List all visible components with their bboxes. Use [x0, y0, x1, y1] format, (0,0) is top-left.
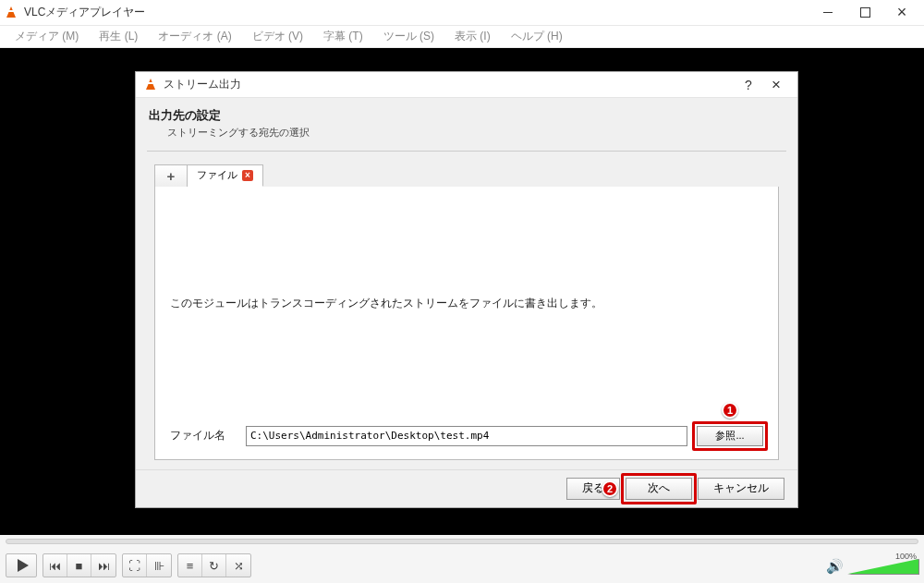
menu-view[interactable]: 表示 (I) [445, 27, 500, 46]
menu-bar: メディア (M) 再生 (L) オーディオ (A) ビデオ (V) 字幕 (T)… [0, 26, 924, 48]
plus-icon: + [167, 168, 176, 184]
next-button[interactable]: ⏭ [91, 554, 116, 577]
volume-control[interactable]: 🔊 100% [830, 555, 918, 576]
module-description: このモジュールはトランスコーディングされたストリームをファイルに書き出します。 [170, 296, 763, 311]
seekbar-row [0, 535, 924, 548]
dialog-subheading: ストリーミングする宛先の選択 [167, 126, 784, 140]
menu-video[interactable]: ビデオ (V) [243, 27, 312, 46]
window-maximize-button[interactable] [846, 0, 883, 26]
tab-file[interactable]: ファイル × [188, 164, 263, 187]
filename-label: ファイル名 [170, 428, 237, 443]
extended-settings-button[interactable]: ⊪ [147, 554, 171, 577]
dialog-help-button[interactable]: ? [735, 78, 762, 92]
cancel-button[interactable]: キャンセル [698, 478, 784, 500]
menu-media[interactable]: メディア (M) [6, 27, 88, 46]
loop-button[interactable]: ↻ [202, 554, 226, 577]
stop-button[interactable]: ■ [67, 554, 91, 577]
window-titlebar: VLCメディアプレイヤー [0, 0, 924, 26]
destination-panel: このモジュールはトランスコーディングされたストリームをファイルに書き出します。 … [154, 187, 779, 460]
menu-playback[interactable]: 再生 (L) [90, 27, 147, 46]
menu-help[interactable]: ヘルプ (H) [502, 27, 572, 46]
shuffle-button[interactable]: ⤮ [226, 554, 250, 577]
add-destination-tab[interactable]: + [154, 164, 188, 187]
next-button[interactable]: 次へ [626, 478, 692, 500]
menu-tools[interactable]: ツール (S) [374, 27, 444, 46]
window-title: VLCメディアプレイヤー [24, 5, 809, 20]
stream-output-dialog: ストリーム出力 ? × 出力先の設定 ストリーミングする宛先の選択 + ファイル… [135, 71, 798, 508]
menu-subtitle[interactable]: 字幕 (T) [314, 27, 372, 46]
browse-button[interactable]: 参照... [697, 426, 763, 446]
vlc-cone-icon [4, 6, 18, 20]
annotation-badge-1: 1 [722, 402, 738, 419]
playlist-button[interactable]: ≡ [178, 554, 202, 577]
window-close-button[interactable] [883, 0, 920, 26]
play-icon [18, 559, 29, 572]
window-minimize-button[interactable] [809, 0, 846, 26]
dialog-title: ストリーム出力 [164, 77, 735, 92]
annotation-badge-2: 2 [602, 480, 618, 497]
menu-audio[interactable]: オーディオ (A) [149, 27, 240, 46]
previous-button[interactable]: ⏮ [43, 554, 67, 577]
vlc-cone-icon [143, 78, 158, 92]
play-button[interactable] [6, 553, 37, 577]
dialog-close-button[interactable]: × [762, 76, 790, 94]
playback-controls: ⏮ ■ ⏭ ⛶ ⊪ ≡ ↻ ⤮ 🔊 100% [0, 548, 924, 583]
dialog-heading: 出力先の設定 [149, 107, 784, 124]
seek-slider[interactable] [6, 539, 918, 544]
filename-input[interactable] [246, 426, 687, 446]
speaker-icon: 🔊 [826, 558, 844, 575]
dialog-titlebar: ストリーム出力 ? × [136, 72, 797, 98]
tab-close-icon[interactable]: × [242, 170, 253, 181]
tab-file-label: ファイル [197, 168, 237, 182]
fullscreen-button[interactable]: ⛶ [123, 554, 147, 577]
